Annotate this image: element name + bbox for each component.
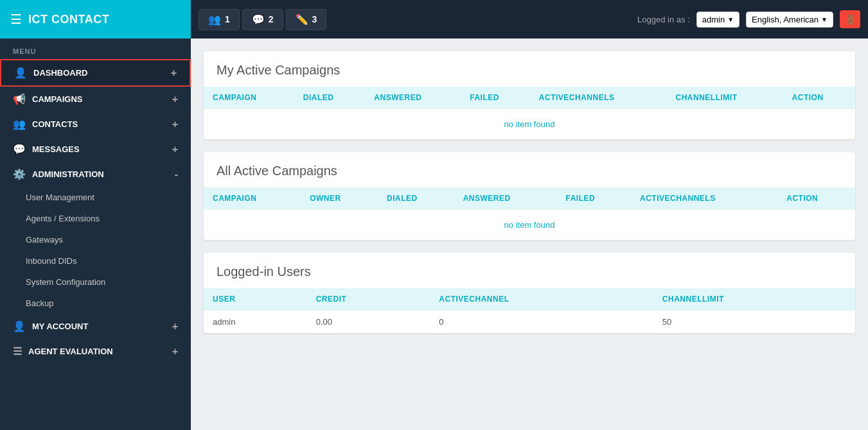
tab2-count: 2 (269, 14, 274, 24)
sidebar-item-my-account-label: MY ACCOUNT (32, 322, 88, 331)
my-active-campaigns-table: CAMPAIGN DIALED ANSWERED FAILED ACTIVECH… (204, 87, 855, 139)
col-failed2: FAILED (557, 187, 631, 210)
campaigns-plus-icon: + (172, 94, 178, 105)
content-area: My Active Campaigns CAMPAIGN DIALED ANSW… (191, 39, 868, 430)
col-dialed2: DIALED (378, 187, 454, 210)
logged-in-users-card: Logged-in Users USER CREDIT ACTIVECHANNE… (204, 253, 855, 333)
dashboard-plus-icon: + (171, 67, 177, 79)
logged-in-users-table: USER CREDIT ACTIVECHANNEL CHANNELLIMIT a… (204, 288, 855, 333)
sidebar-item-my-account[interactable]: 👤 MY ACCOUNT + (0, 314, 191, 339)
all-campaigns-no-item-text: no item found (204, 210, 855, 241)
contacts-icon: 👥 (13, 118, 26, 130)
all-active-campaigns-card: All Active Campaigns CAMPAIGN OWNER DIAL… (204, 152, 855, 240)
sidebar-sub-gateways[interactable]: Gateways (0, 229, 191, 250)
topbar-tabs: 👥 1 💬 2 ✏️ 3 (191, 9, 637, 30)
col-action2: ACTION (777, 187, 855, 210)
campaigns-icon: 📢 (13, 93, 26, 105)
agent-evaluation-icon: ☰ (13, 345, 22, 357)
credit-cell: 0.00 (307, 311, 430, 334)
all-active-campaigns-title: All Active Campaigns (204, 152, 855, 187)
language-value: English, American (752, 15, 819, 24)
logged-in-users-header-row: USER CREDIT ACTIVECHANNEL CHANNELLIMIT (204, 288, 855, 311)
sidebar-sub-backup[interactable]: Backup (0, 293, 191, 314)
logged-in-label: Logged in as : (637, 15, 690, 24)
col-answered: ANSWERED (365, 87, 461, 109)
brand-name: ICT CONTACT (28, 13, 109, 26)
dashboard-icon: 👤 (14, 67, 27, 79)
administration-icon: ⚙️ (13, 168, 26, 180)
col-channellimit2: CHANNELLIMIT (653, 288, 855, 311)
my-active-campaigns-title: My Active Campaigns (204, 51, 855, 87)
agent-evaluation-plus-icon: + (172, 346, 178, 357)
my-campaigns-no-item-text: no item found (204, 109, 855, 140)
my-account-plus-icon: + (172, 321, 178, 332)
topbar-tab-1[interactable]: 👥 1 (199, 9, 240, 30)
messages-icon: 💬 (13, 143, 26, 155)
sidebar-item-dashboard-label: DASHBOARD (33, 68, 88, 78)
sidebar-item-agent-evaluation-label: AGENT EVALUATION (28, 347, 113, 356)
tab3-icon: ✏️ (296, 13, 308, 26)
hamburger-icon[interactable]: ☰ (10, 12, 22, 27)
tab3-count: 3 (312, 14, 317, 24)
all-active-campaigns-table: CAMPAIGN OWNER DIALED ANSWERED FAILED AC… (204, 187, 855, 240)
sidebar-sub-agents-extensions[interactable]: Agents / Extensions (0, 208, 191, 229)
col-answered2: ANSWERED (454, 187, 557, 210)
topbar: ☰ ICT CONTACT 👥 1 💬 2 ✏️ 3 Logged in as … (0, 0, 868, 39)
flag-button[interactable]: 🚪 (840, 10, 860, 28)
all-campaigns-no-item-row: no item found (204, 210, 855, 241)
logged-in-users-title: Logged-in Users (204, 253, 855, 288)
language-select[interactable]: English, American ▼ (746, 12, 833, 28)
user-dropdown-icon: ▼ (727, 16, 734, 23)
col-action: ACTION (783, 87, 855, 109)
col-user: USER (204, 288, 307, 311)
main-layout: MENU 👤 DASHBOARD + 📢 CAMPAIGNS + 👥 CONTA… (0, 39, 868, 430)
col-dialed: DIALED (294, 87, 365, 109)
sidebar-sub-system-configuration[interactable]: System Configuration (0, 271, 191, 293)
my-campaigns-no-item-row: no item found (204, 109, 855, 140)
table-row: admin 0.00 0 50 (204, 311, 855, 334)
menu-label: MENU (0, 39, 191, 59)
all-active-campaigns-header-row: CAMPAIGN OWNER DIALED ANSWERED FAILED AC… (204, 187, 855, 210)
sidebar-item-contacts[interactable]: 👥 CONTACTS + (0, 112, 191, 137)
topbar-tab-2[interactable]: 💬 2 (242, 9, 283, 30)
activechannel-cell: 0 (430, 311, 653, 334)
sidebar: MENU 👤 DASHBOARD + 📢 CAMPAIGNS + 👥 CONTA… (0, 39, 191, 430)
sidebar-item-dashboard[interactable]: 👤 DASHBOARD + (0, 59, 191, 87)
lang-dropdown-icon: ▼ (821, 16, 828, 23)
administration-minus-icon: - (175, 169, 178, 180)
user-cell[interactable]: admin (204, 311, 307, 334)
my-active-campaigns-card: My Active Campaigns CAMPAIGN DIALED ANSW… (204, 51, 855, 139)
my-active-campaigns-header-row: CAMPAIGN DIALED ANSWERED FAILED ACTIVECH… (204, 87, 855, 109)
sidebar-item-campaigns-label: CAMPAIGNS (32, 94, 82, 104)
sidebar-item-administration-label: ADMINISTRATION (32, 169, 104, 179)
col-owner: OWNER (301, 187, 378, 210)
col-campaign: CAMPAIGN (204, 87, 294, 109)
sidebar-sub-inbound-dids[interactable]: Inbound DIDs (0, 250, 191, 271)
tab2-icon: 💬 (252, 13, 265, 26)
my-account-icon: 👤 (13, 320, 26, 332)
tab1-icon: 👥 (208, 13, 221, 26)
topbar-tab-3[interactable]: ✏️ 3 (286, 9, 327, 30)
col-channellimit: CHANNELLIMIT (667, 87, 783, 109)
user-select[interactable]: admin ▼ (696, 12, 740, 28)
sidebar-item-messages[interactable]: 💬 MESSAGES + (0, 137, 191, 162)
topbar-right: Logged in as : admin ▼ English, American… (637, 10, 868, 28)
sidebar-item-administration[interactable]: ⚙️ ADMINISTRATION - (0, 162, 191, 187)
col-activechannels2: ACTIVECHANNELS (631, 187, 777, 210)
col-campaign2: CAMPAIGN (204, 187, 301, 210)
user-value: admin (702, 15, 725, 24)
sidebar-item-messages-label: MESSAGES (32, 144, 80, 154)
col-activechannels: ACTIVECHANNELS (530, 87, 667, 109)
col-credit: CREDIT (307, 288, 430, 311)
sidebar-item-campaigns[interactable]: 📢 CAMPAIGNS + (0, 87, 191, 112)
messages-plus-icon: + (172, 144, 178, 155)
channellimit-cell: 50 (653, 311, 855, 334)
sidebar-item-contacts-label: CONTACTS (32, 119, 78, 129)
sidebar-sub-user-management[interactable]: User Management (0, 187, 191, 208)
tab1-count: 1 (225, 14, 230, 24)
brand: ☰ ICT CONTACT (0, 0, 191, 39)
sidebar-item-agent-evaluation[interactable]: ☰ AGENT EVALUATION + (0, 339, 191, 364)
col-activechannel: ACTIVECHANNEL (430, 288, 653, 311)
col-failed: FAILED (461, 87, 530, 109)
contacts-plus-icon: + (172, 119, 178, 130)
